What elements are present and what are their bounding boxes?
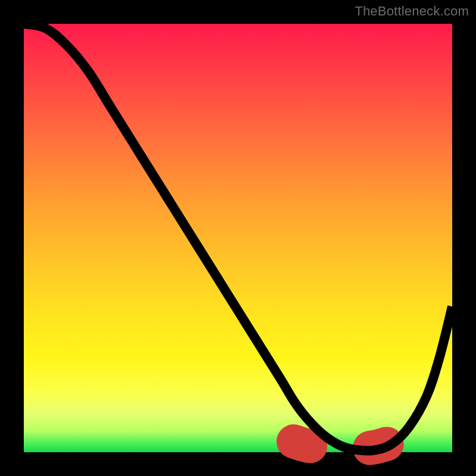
primary-curve <box>24 24 452 451</box>
chart-frame: TheBottleneck.com <box>0 0 476 476</box>
curve-layer <box>24 24 452 452</box>
watermark-text: TheBottleneck.com <box>355 4 469 19</box>
